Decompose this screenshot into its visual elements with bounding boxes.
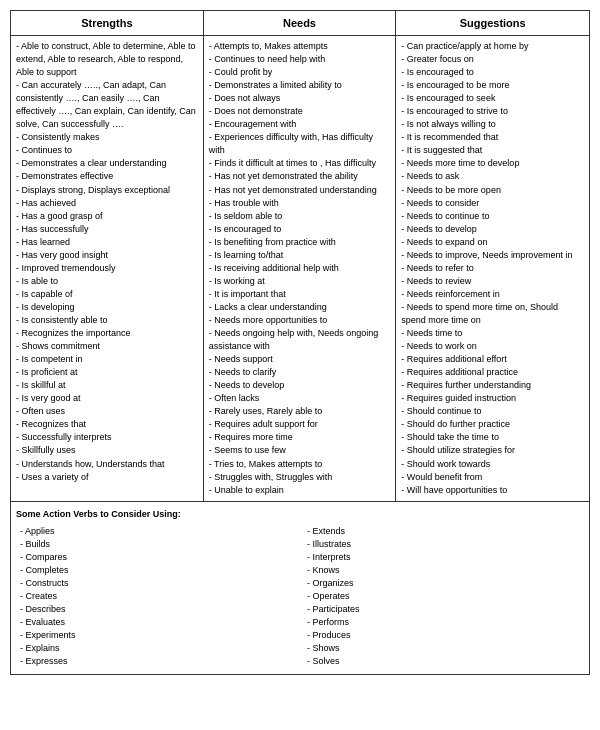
list-item: - Recognizes that (16, 418, 198, 431)
list-item: - Is very good at (16, 392, 198, 405)
action-item: - Produces (307, 629, 584, 642)
action-item: - Applies (20, 525, 297, 538)
list-item: - Recognizes the importance (16, 327, 198, 340)
list-item: - Is encouraged to strive to (401, 105, 584, 118)
needs-cell: - Attempts to, Makes attempts- Continues… (204, 36, 397, 501)
list-item: - Is able to (16, 275, 198, 288)
list-item: - Is benefiting from practice with (209, 236, 391, 249)
list-item: - Should continue to (401, 405, 584, 418)
list-item: - Needs ongoing help with, Needs ongoing… (209, 327, 391, 353)
list-item: - Needs to consider (401, 197, 584, 210)
list-item: - Would benefit from (401, 471, 584, 484)
list-item: - Skillfully uses (16, 444, 198, 457)
list-item: - Requires more time (209, 431, 391, 444)
main-table: Strengths Needs Suggestions - Able to co… (10, 10, 590, 675)
list-item: - Greater focus on (401, 53, 584, 66)
list-item: - Lacks a clear understanding (209, 301, 391, 314)
list-item: - Can practice/apply at home by (401, 40, 584, 53)
list-item: - Is not always willing to (401, 118, 584, 131)
strengths-header: Strengths (11, 11, 204, 35)
action-item: - Describes (20, 603, 297, 616)
list-item: - Is consistently able to (16, 314, 198, 327)
action-item: - Performs (307, 616, 584, 629)
needs-header: Needs (204, 11, 397, 35)
action-item: - Builds (20, 538, 297, 551)
list-item: - Demonstrates a clear understanding (16, 157, 198, 170)
action-columns: - Applies- Builds- Compares- Completes- … (16, 525, 584, 669)
list-item: - Should do further practice (401, 418, 584, 431)
list-item: - Needs time to (401, 327, 584, 340)
list-item: - Should utilize strategies for (401, 444, 584, 457)
list-item: - Could profit by (209, 66, 391, 79)
list-item: - Continues to (16, 144, 198, 157)
list-item: - Requires additional effort (401, 353, 584, 366)
list-item: - Attempts to, Makes attempts (209, 40, 391, 53)
list-item: - Has trouble with (209, 197, 391, 210)
list-item: - It is suggested that (401, 144, 584, 157)
list-item: - Has achieved (16, 197, 198, 210)
list-item: - Unable to explain (209, 484, 391, 497)
action-item: - Illustrates (307, 538, 584, 551)
action-item: - Explains (20, 642, 297, 655)
list-item: - Requires further understanding (401, 379, 584, 392)
list-item: - Needs to spend more time on, Should sp… (401, 301, 584, 327)
list-item: - Tries to, Makes attempts to (209, 458, 391, 471)
action-item: - Creates (20, 590, 297, 603)
list-item: - Is encouraged to (209, 223, 391, 236)
list-item: - Understands how, Understands that (16, 458, 198, 471)
table-body-row: - Able to construct, Able to determine, … (11, 36, 589, 502)
list-item: - It is recommended that (401, 131, 584, 144)
list-item: - Encouragement with (209, 118, 391, 131)
list-item: - Needs to develop (209, 379, 391, 392)
list-item: - Is capable of (16, 288, 198, 301)
list-item: - Needs support (209, 353, 391, 366)
list-item: - Needs to improve, Needs improvement in (401, 249, 584, 262)
list-item: - Has successfully (16, 223, 198, 236)
table-header: Strengths Needs Suggestions (11, 11, 589, 36)
action-item: - Compares (20, 551, 297, 564)
list-item: - It is important that (209, 288, 391, 301)
list-item: - Can accurately ….., Can adapt, Can con… (16, 79, 198, 131)
list-item: - Needs to review (401, 275, 584, 288)
action-title: Some Action Verbs to Consider Using: (16, 508, 584, 521)
list-item: - Needs more time to develop (401, 157, 584, 170)
list-item: - Able to construct, Able to determine, … (16, 40, 198, 79)
list-item: - Continues to need help with (209, 53, 391, 66)
list-item: - Requires adult support for (209, 418, 391, 431)
action-item: - Participates (307, 603, 584, 616)
list-item: - Needs to expand on (401, 236, 584, 249)
list-item: - Has very good insight (16, 249, 198, 262)
list-item: - Shows commitment (16, 340, 198, 353)
strengths-cell: - Able to construct, Able to determine, … (11, 36, 204, 501)
list-item: - Has not yet demonstrated understanding (209, 184, 391, 197)
list-item: - Is receiving additional help with (209, 262, 391, 275)
list-item: - Requires guided instruction (401, 392, 584, 405)
list-item: - Demonstrates a limited ability to (209, 79, 391, 92)
list-item: - Is working at (209, 275, 391, 288)
list-item: - Demonstrates effective (16, 170, 198, 183)
list-item: - Displays strong, Displays exceptional (16, 184, 198, 197)
list-item: - Is encouraged to seek (401, 92, 584, 105)
action-col1: - Applies- Builds- Compares- Completes- … (20, 525, 297, 669)
list-item: - Should take the time to (401, 431, 584, 444)
list-item: - Has a good grasp of (16, 210, 198, 223)
action-item: - Shows (307, 642, 584, 655)
action-item: - Interprets (307, 551, 584, 564)
list-item: - Often lacks (209, 392, 391, 405)
action-item: - Completes (20, 564, 297, 577)
list-item: - Will have opportunities to (401, 484, 584, 497)
list-item: - Needs to work on (401, 340, 584, 353)
list-item: - Often uses (16, 405, 198, 418)
action-item: - Constructs (20, 577, 297, 590)
suggestions-cell: - Can practice/apply at home by- Greater… (396, 36, 589, 501)
list-item: - Needs reinforcement in (401, 288, 584, 301)
list-item: - Has not yet demonstrated the ability (209, 170, 391, 183)
list-item: - Requires additional practice (401, 366, 584, 379)
list-item: - Uses a variety of (16, 471, 198, 484)
list-item: - Has learned (16, 236, 198, 249)
list-item: - Finds it difficult at times to , Has d… (209, 157, 391, 170)
list-item: - Experiences difficulty with, Has diffi… (209, 131, 391, 157)
list-item: - Seems to use few (209, 444, 391, 457)
action-item: - Operates (307, 590, 584, 603)
suggestions-header: Suggestions (396, 11, 589, 35)
